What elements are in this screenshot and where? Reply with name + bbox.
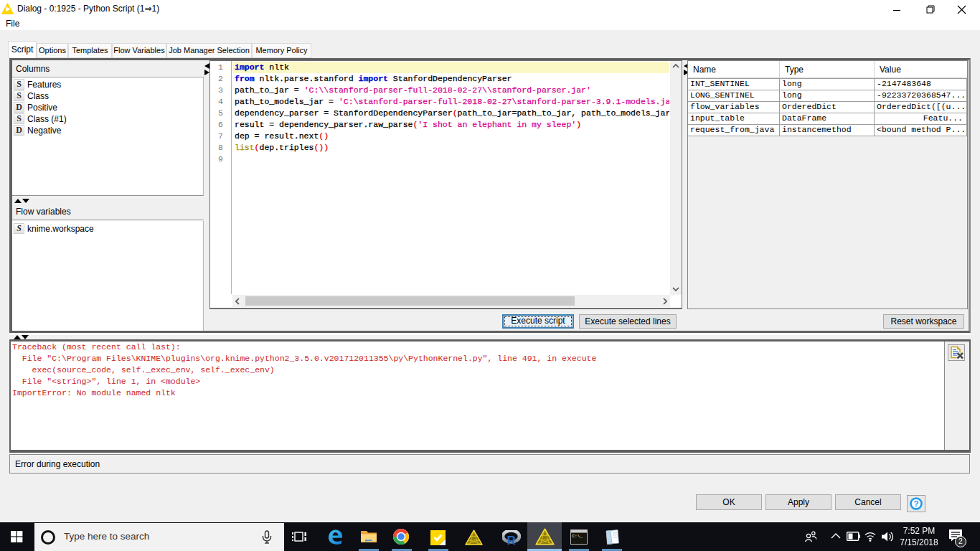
svg-text:R: R [507, 534, 516, 545]
svg-text:C:\_: C:\_ [573, 534, 583, 539]
svg-text:?: ? [913, 499, 918, 508]
